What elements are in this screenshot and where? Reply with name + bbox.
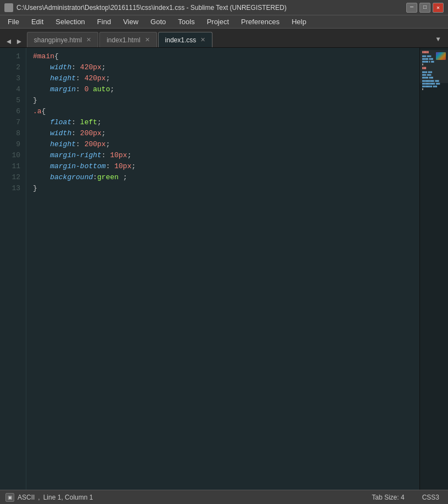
editor-area: 1 2 3 4 5 6 7 8 9 10 11 12 13 #main{ wid…	[0, 48, 448, 490]
menu-item-preferences[interactable]: Preferences	[236, 16, 285, 27]
status-position: ,	[38, 494, 40, 501]
menu-item-tools[interactable]: Tools	[172, 16, 200, 27]
status-right: Tab Size: 4 CSS3	[368, 492, 443, 502]
tab-label: index1.html	[107, 36, 140, 44]
minimap: █████ ████ ████ ██████ ████ ██████ █ ███…	[419, 48, 448, 490]
minimap-thumb	[436, 52, 446, 60]
menu-item-view[interactable]: View	[117, 16, 144, 27]
title-bar: C:\Users\Administrator\Desktop\20161115\…	[0, 0, 448, 15]
menu-item-help[interactable]: Help	[286, 16, 312, 27]
code-line-7: float: left;	[33, 117, 419, 128]
minimize-button[interactable]: ─	[406, 3, 417, 13]
tab-nav-right[interactable]: ►	[14, 36, 23, 47]
menu-item-file[interactable]: File	[2, 16, 25, 27]
menu-item-selection[interactable]: Selection	[50, 16, 90, 27]
line-num-1: 1	[0, 51, 20, 62]
code-line-1: #main{	[33, 51, 419, 62]
code-line-9: height: 200px;	[33, 139, 419, 150]
line-num-8: 8	[0, 128, 20, 139]
tab-index1-css[interactable]: index1.css ✕	[158, 32, 213, 47]
status-icon[interactable]: ▣	[5, 493, 14, 502]
line-num-6: 6	[0, 106, 20, 117]
line-num-7: 7	[0, 117, 20, 128]
status-syntax[interactable]: CSS3	[419, 492, 443, 502]
tab-label: shangpinye.html	[34, 36, 82, 44]
tab-dropdown-button[interactable]: ▼	[433, 32, 444, 47]
code-line-3: height: 420px;	[33, 73, 419, 84]
window-controls[interactable]: ─ □ ✕	[406, 3, 444, 13]
app-icon	[4, 3, 13, 12]
code-line-12: background:green ;	[33, 172, 419, 183]
line-num-12: 12	[0, 172, 20, 183]
status-bar: ▣ ASCII , Line 1, Column 1 Tab Size: 4 C…	[0, 490, 448, 504]
line-num-10: 10	[0, 150, 20, 161]
menu-item-edit[interactable]: Edit	[26, 16, 49, 27]
status-encoding: ASCII	[18, 494, 35, 501]
code-editor[interactable]: #main{ width: 420px; height: 420px; marg…	[26, 48, 419, 490]
selector-main: #main	[33, 51, 54, 62]
close-button[interactable]: ✕	[433, 3, 444, 13]
line-num-4: 4	[0, 84, 20, 95]
tab-label: index1.css	[165, 36, 197, 44]
line-num-13: 13	[0, 183, 20, 194]
status-line-col: Line 1, Column 1	[43, 494, 93, 501]
code-line-11: margin-bottom: 10px;	[33, 161, 419, 172]
code-line-10: margin-right: 10px;	[33, 150, 419, 161]
code-line-5: }	[33, 95, 419, 106]
status-tab-size[interactable]: Tab Size: 4	[368, 492, 407, 502]
line-num-9: 9	[0, 139, 20, 150]
tab-bar: ◄ ► shangpinye.html ✕ index1.html ✕ inde…	[0, 29, 448, 48]
selector-a: .a	[33, 106, 42, 117]
status-left: ▣ ASCII , Line 1, Column 1	[5, 493, 368, 502]
tab-close-1[interactable]: ✕	[86, 37, 91, 43]
line-num-3: 3	[0, 73, 20, 84]
code-line-4: margin: 0 auto;	[33, 84, 419, 95]
menu-bar: FileEditSelectionFindViewGotoToolsProjec…	[0, 15, 448, 29]
tab-index1-html[interactable]: index1.html ✕	[99, 32, 156, 47]
tab-close-3[interactable]: ✕	[200, 37, 205, 43]
line-num-2: 2	[0, 62, 20, 73]
menu-item-find[interactable]: Find	[92, 16, 116, 27]
maximize-button[interactable]: □	[419, 3, 430, 13]
code-line-8: width: 200px;	[33, 128, 419, 139]
line-numbers: 1 2 3 4 5 6 7 8 9 10 11 12 13	[0, 48, 26, 490]
menu-item-project[interactable]: Project	[201, 16, 234, 27]
tab-shangpinye[interactable]: shangpinye.html ✕	[27, 32, 98, 47]
tab-close-2[interactable]: ✕	[145, 37, 150, 43]
line-num-11: 11	[0, 161, 20, 172]
code-line-2: width: 420px;	[33, 62, 419, 73]
code-line-13: }	[33, 183, 419, 194]
line-num-5: 5	[0, 95, 20, 106]
menu-item-goto[interactable]: Goto	[145, 16, 171, 27]
code-line-6: .a{	[33, 106, 419, 117]
tab-list: shangpinye.html ✕ index1.html ✕ index1.c…	[27, 29, 433, 47]
title-text: C:\Users\Administrator\Desktop\20161115\…	[16, 4, 403, 12]
tab-nav-left[interactable]: ◄	[4, 36, 13, 47]
tab-nav[interactable]: ◄ ►	[4, 36, 27, 47]
